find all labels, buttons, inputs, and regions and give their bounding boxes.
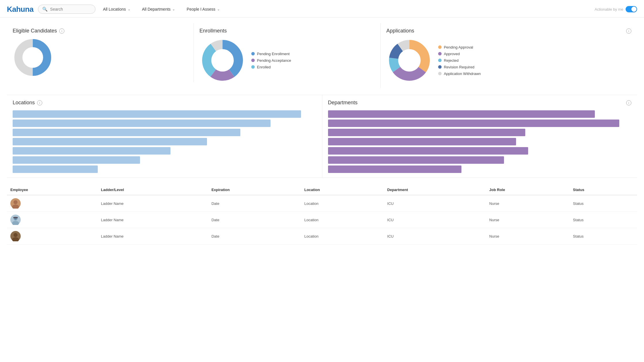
legend-dot-pending-enrollment xyxy=(251,52,255,55)
legend-pending-enrollment: Pending Enrollment xyxy=(251,52,291,56)
departments-filter[interactable]: All Departments ⌄ xyxy=(138,5,179,13)
legend-application-withdrawn: Application Withdrawn xyxy=(438,72,481,76)
search-box[interactable]: 🔍 xyxy=(38,5,95,14)
legend-pending-acceptance: Pending Acceptance xyxy=(251,58,291,63)
enrollments-title: Enrollments xyxy=(200,28,375,34)
dept-bar-fill-3 xyxy=(328,129,525,136)
table-row[interactable]: Ladder Name Date Location ICU Nurse Stat… xyxy=(7,228,637,244)
svg-point-20 xyxy=(14,233,18,237)
col-status: Status xyxy=(570,185,637,195)
avatar-cell-2 xyxy=(10,215,94,225)
dept-bar-6 xyxy=(328,156,632,164)
departments-bars xyxy=(328,110,632,173)
location-bar-fill-4 xyxy=(13,138,207,145)
dept-bar-fill-6 xyxy=(328,156,504,164)
location-bar-2 xyxy=(13,120,316,127)
dept-bar-fill-7 xyxy=(328,165,461,173)
applications-chart: Pending Approval Approved Rejected Revis… xyxy=(386,37,631,83)
col-department: Department xyxy=(384,185,486,195)
charts-row: Eligible Candidates i Enrollments xyxy=(7,23,637,88)
filter-bar: 🔍 All Locations ⌄ All Departments ⌄ Peop… xyxy=(38,5,637,14)
table-row[interactable]: Ladder Name Date Location ICU Nurse Stat… xyxy=(7,212,637,228)
enrollments-legend: Pending Enrollment Pending Acceptance En… xyxy=(251,52,291,69)
legend-dot-application-withdrawn xyxy=(438,72,442,75)
legend-dot-pending-approval xyxy=(438,45,442,49)
avatar-cell-1 xyxy=(10,198,94,209)
dept-bar-fill-1 xyxy=(328,110,595,118)
main-content: Eligible Candidates i Enrollments xyxy=(0,18,644,250)
ladder-cell-2: Ladder Name xyxy=(97,212,208,228)
col-job-role: Job Role xyxy=(486,185,570,195)
status-cell-3: Status xyxy=(570,228,637,244)
svg-rect-18 xyxy=(13,217,18,218)
departments-filter-label: All Departments xyxy=(142,7,171,11)
department-cell-2: ICU xyxy=(384,212,486,228)
col-employee: Employee xyxy=(7,185,97,195)
job-role-cell-3: Nurse xyxy=(486,228,570,244)
actionable-label: Actionable by me xyxy=(595,7,623,11)
legend-dot-enrolled xyxy=(251,65,255,69)
employee-cell-3 xyxy=(7,228,97,244)
locations-title: Locations i xyxy=(13,100,316,106)
status-cell-2: Status xyxy=(570,212,637,228)
location-cell-3: Location xyxy=(301,228,384,244)
location-bar-7 xyxy=(13,165,316,173)
enrollments-donut xyxy=(200,37,246,83)
eligible-candidates-title: Eligible Candidates i xyxy=(13,28,188,34)
applications-info-icon[interactable]: i xyxy=(626,28,631,34)
col-ladder-level: Ladder/Level xyxy=(97,185,208,195)
eligible-candidates-info-icon[interactable]: i xyxy=(59,28,64,34)
legend-dot-pending-acceptance xyxy=(251,59,255,62)
dept-bar-fill-2 xyxy=(328,120,619,127)
employee-table: Employee Ladder/Level Expiration Locatio… xyxy=(7,185,637,244)
avatar-2 xyxy=(10,215,21,225)
applications-section: Applications i xyxy=(381,23,637,88)
location-bar-fill-2 xyxy=(13,120,271,127)
expiration-cell-1: Date xyxy=(208,195,301,212)
locations-section: Locations i xyxy=(7,95,322,178)
status-cell-1: Status xyxy=(570,195,637,212)
employee-cell-2 xyxy=(7,212,97,228)
expiration-cell-3: Date xyxy=(208,228,301,244)
dept-bar-fill-4 xyxy=(328,138,516,145)
legend-rejected: Rejected xyxy=(438,58,481,63)
locations-info-icon[interactable]: i xyxy=(37,100,42,105)
dept-bar-7 xyxy=(328,165,632,173)
location-bar-fill-5 xyxy=(13,147,170,155)
enrollments-chart: Pending Enrollment Pending Acceptance En… xyxy=(200,37,375,83)
avatar-cell-3 xyxy=(10,231,94,241)
legend-revision-required: Revision Required xyxy=(438,65,481,69)
dept-bar-1 xyxy=(328,110,632,118)
departments-title: Departments i xyxy=(328,100,632,106)
actionable-section: Actionable by me xyxy=(595,6,637,12)
col-expiration: Expiration xyxy=(208,185,301,195)
search-icon: 🔍 xyxy=(42,7,48,12)
actionable-toggle[interactable] xyxy=(626,6,637,12)
search-input[interactable] xyxy=(50,7,90,11)
location-bar-5 xyxy=(13,147,316,155)
legend-dot-rejected xyxy=(438,59,442,62)
legend-dot-revision-required xyxy=(438,65,442,69)
legend-dot-approved xyxy=(438,52,442,55)
app-header: Kahuna 🔍 All Locations ⌄ All Departments… xyxy=(0,0,644,18)
bar-charts-row: Locations i xyxy=(7,95,637,178)
location-bar-6 xyxy=(13,156,316,164)
ladder-cell-3: Ladder Name xyxy=(97,228,208,244)
dept-bar-5 xyxy=(328,147,632,155)
avatar-1 xyxy=(10,198,21,209)
people-filter-label: People I Assess xyxy=(187,7,215,11)
location-bar-fill-7 xyxy=(13,165,98,173)
people-filter[interactable]: People I Assess ⌄ xyxy=(183,5,224,13)
eligible-candidates-section: Eligible Candidates i xyxy=(7,23,194,82)
dept-bar-3 xyxy=(328,129,632,136)
location-bar-fill-6 xyxy=(13,156,140,164)
applications-title: Applications i xyxy=(386,28,631,34)
app-logo: Kahuna xyxy=(7,5,33,14)
avatar-3 xyxy=(10,231,21,241)
location-bar-1 xyxy=(13,110,316,118)
locations-filter[interactable]: All Locations ⌄ xyxy=(99,5,134,13)
dept-bar-2 xyxy=(328,120,632,127)
departments-info-icon[interactable]: i xyxy=(626,100,631,105)
table-row[interactable]: Ladder Name Date Location ICU Nurse Stat… xyxy=(7,195,637,212)
department-cell-3: ICU xyxy=(384,228,486,244)
